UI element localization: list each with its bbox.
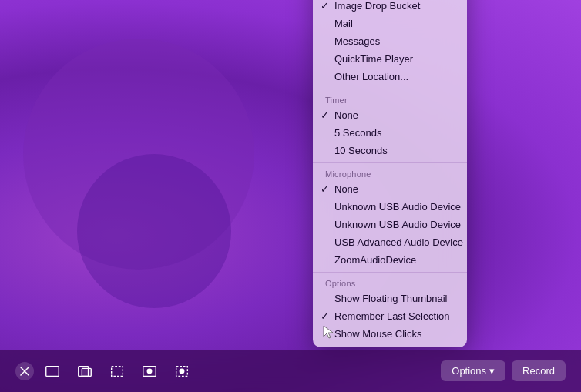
timer-section-label: Timer [313, 92, 467, 106]
save-mail-item[interactable]: Mail [313, 15, 467, 32]
show-mouse-clicks-item[interactable]: Show Mouse Clicks [313, 325, 467, 343]
record-button[interactable]: Record [512, 360, 566, 381]
full-screen-capture-icon[interactable] [39, 357, 66, 385]
window-capture-icon[interactable] [71, 357, 99, 385]
svg-rect-4 [82, 368, 91, 376]
mic-usb2-item[interactable]: Unknown USB Audio Device [313, 216, 467, 233]
save-other-location-item[interactable]: Other Location... [313, 68, 467, 85]
svg-point-9 [180, 369, 184, 374]
timer-10s-item[interactable]: 10 Seconds [313, 142, 467, 159]
mic-usb-advanced-item[interactable]: USB Advanced Audio Device [313, 233, 467, 251]
screen-record-selection-icon[interactable] [168, 357, 196, 385]
divider-2 [313, 162, 467, 163]
timer-none-item[interactable]: None [313, 106, 467, 124]
screenshot-toolbar: Options ▾ Record [0, 350, 581, 392]
mic-zoom-item[interactable]: ZoomAudioDevice [313, 251, 467, 269]
bg-blob-2 [77, 154, 231, 308]
mouse-cursor [322, 324, 334, 340]
desktop-background [0, 0, 581, 392]
options-dropdown: Save to Desktop Documents Image Drop Buc… [313, 0, 467, 347]
divider-1 [313, 89, 467, 89]
options-button[interactable]: Options ▾ [441, 360, 505, 381]
close-button[interactable] [15, 362, 34, 380]
mic-usb1-item[interactable]: Unknown USB Audio Device [313, 198, 467, 216]
save-quicktime-item[interactable]: QuickTime Player [313, 50, 467, 68]
chevron-down-icon: ▾ [489, 365, 495, 377]
selection-capture-icon[interactable] [103, 357, 131, 385]
options-section-label: Options [313, 276, 467, 290]
show-floating-thumbnail-item[interactable]: Show Floating Thumbnail [313, 290, 467, 307]
microphone-section-label: Microphone [313, 166, 467, 180]
save-image-drop-item[interactable]: Image Drop Bucket [313, 0, 467, 15]
mic-none-item[interactable]: None [313, 180, 467, 198]
save-messages-item[interactable]: Messages [313, 32, 467, 50]
timer-5s-item[interactable]: 5 Seconds [313, 124, 467, 142]
svg-point-7 [147, 369, 152, 374]
options-label: Options [452, 365, 486, 377]
divider-3 [313, 272, 467, 273]
remember-last-selection-item[interactable]: Remember Last Selection [313, 307, 467, 325]
screen-record-full-icon[interactable] [136, 357, 163, 385]
svg-rect-2 [46, 366, 59, 376]
svg-rect-5 [112, 366, 123, 376]
toolbar-right-buttons: Options ▾ Record [441, 360, 566, 381]
